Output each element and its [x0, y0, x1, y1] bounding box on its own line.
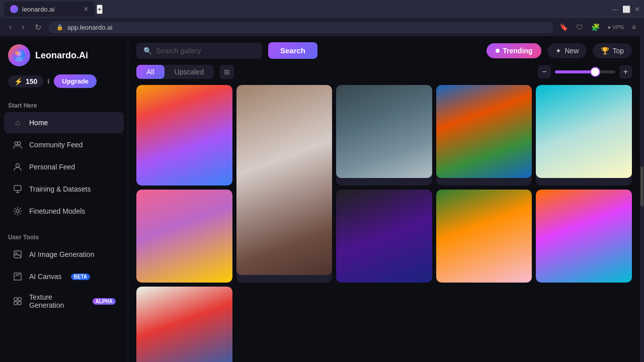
- sidebar-item-home[interactable]: ⌂ Home: [4, 112, 124, 133]
- close-window-button[interactable]: ✕: [634, 6, 640, 13]
- expand-button-10[interactable]: ⤢: [213, 291, 228, 306]
- edit-button-9[interactable]: ✎: [613, 194, 628, 209]
- maximize-button[interactable]: ⬜: [622, 6, 630, 13]
- expand-button-3[interactable]: ⤢: [413, 89, 428, 104]
- gallery-item-6[interactable]: ⊞ ✎ ⤢: [136, 190, 232, 283]
- svg-point-7: [16, 210, 19, 213]
- sidebar-item-ai-canvas-label: AI Canvas: [29, 273, 62, 281]
- token-info-button[interactable]: ℹ: [47, 78, 50, 85]
- ai-image-icon: [12, 249, 23, 260]
- sidebar-item-personal-feed[interactable]: Personal Feed: [4, 156, 124, 177]
- search-input[interactable]: [156, 47, 255, 55]
- remix-button-1[interactable]: ⊞: [195, 89, 210, 104]
- sidebar-item-finetuned-models[interactable]: Finetuned Models: [4, 201, 124, 222]
- sidebar-item-training-label: Training & Datasets: [29, 185, 91, 193]
- menu-button[interactable]: ≡: [630, 21, 638, 33]
- trending-button[interactable]: Trending: [487, 43, 541, 58]
- zoom-in-button[interactable]: +: [619, 65, 632, 78]
- bookmark-button[interactable]: 🔖: [557, 21, 570, 33]
- grid-view-button[interactable]: ⊞: [220, 65, 234, 79]
- svg-point-2: [15, 57, 23, 62]
- view-buttons: ⊞: [220, 65, 234, 79]
- search-button[interactable]: Search: [268, 42, 317, 59]
- remix-button-8[interactable]: ⊞: [476, 194, 492, 209]
- upgrade-button[interactable]: Upgrade: [54, 74, 97, 88]
- filter-bar: All Upscaled ⊞ − +: [128, 65, 640, 85]
- gallery-item-4[interactable]: ⊞ ⤢: [436, 85, 532, 186]
- svg-rect-11: [18, 298, 21, 301]
- expand-button-2[interactable]: ⤢: [313, 89, 328, 104]
- back-button[interactable]: ‹: [6, 21, 15, 34]
- top-button[interactable]: 🏆 Top: [593, 43, 632, 58]
- all-filter-tab[interactable]: All: [136, 65, 165, 79]
- edit-button-8[interactable]: ✎: [495, 194, 510, 209]
- forward-button[interactable]: ›: [19, 21, 27, 34]
- minimize-button[interactable]: —: [612, 6, 618, 13]
- tab-close-button[interactable]: ✕: [84, 6, 89, 13]
- sidebar-item-personal-label: Personal Feed: [29, 163, 75, 171]
- extension-button[interactable]: 🧩: [589, 21, 602, 33]
- gallery-area: ⊞ ⤢ ⊞ ⤢ ⊞ ✎ ⤢: [128, 85, 640, 362]
- sidebar: Leonardo.Ai ⚡ 150 ℹ Upgrade Start Here ⌂…: [0, 36, 128, 362]
- edit-button-6[interactable]: ✎: [195, 194, 210, 209]
- beta-badge: BETA: [71, 274, 90, 280]
- reload-button[interactable]: ↻: [32, 21, 44, 34]
- expand-button-4[interactable]: ⤢: [513, 89, 528, 104]
- home-icon: ⌂: [12, 117, 23, 128]
- remix-button-6[interactable]: ⊞: [177, 194, 192, 209]
- community-icon: [12, 139, 23, 150]
- logo-text: Leonardo.Ai: [35, 50, 88, 61]
- remix-button-5[interactable]: ⊞: [595, 89, 610, 104]
- gallery-item-10[interactable]: ⤢: [136, 287, 232, 362]
- sidebar-item-ai-canvas[interactable]: AI Canvas BETA: [4, 266, 124, 287]
- ai-canvas-icon: [12, 271, 23, 282]
- browser-actions: 🔖 🛡 🧩 ● VPN ≡: [557, 21, 638, 33]
- top-icon: 🏆: [601, 47, 609, 55]
- vpn-button[interactable]: ● VPN: [606, 22, 626, 32]
- sidebar-item-training-datasets[interactable]: Training & Datasets: [4, 178, 124, 200]
- token-bar: ⚡ 150 ℹ Upgrade: [8, 74, 120, 88]
- right-scrollbar[interactable]: [640, 36, 644, 362]
- search-icon: 🔍: [143, 47, 152, 55]
- gallery-item-8[interactable]: ⊞ ✎ ⤢: [436, 190, 532, 283]
- sidebar-item-community-feed[interactable]: Community Feed: [4, 134, 124, 155]
- gallery-item-1[interactable]: ⊞ ⤢: [136, 85, 232, 186]
- browser-tab-active[interactable]: leonardo.ai ✕: [4, 2, 95, 17]
- browser-tab-bar: leonardo.ai ✕ + — ⬜ ✕: [0, 0, 644, 18]
- upscaled-filter-tab[interactable]: Upscaled: [165, 65, 214, 79]
- remix-button-3[interactable]: ⊞: [377, 89, 392, 104]
- tab-favicon: [10, 5, 18, 13]
- new-button[interactable]: ✦ New: [547, 43, 587, 58]
- training-icon: [12, 184, 23, 195]
- svg-point-1: [17, 51, 22, 56]
- user-tools-label: User Tools: [0, 228, 128, 243]
- gallery-item-5[interactable]: ⊞ ✎: [536, 85, 632, 186]
- svg-rect-6: [14, 186, 21, 191]
- top-bar: 🔍 Search Trending ✦ New 🏆 Top: [128, 36, 640, 65]
- shield-button[interactable]: 🛡: [574, 21, 585, 33]
- sidebar-item-ai-image-generation[interactable]: AI Image Generation: [4, 244, 124, 265]
- svg-point-5: [16, 164, 20, 167]
- zoom-slider[interactable]: [555, 70, 615, 73]
- sidebar-item-texture-generation[interactable]: Texture Generation ALPHA: [4, 288, 124, 314]
- remix-button-4[interactable]: ⊞: [495, 89, 510, 104]
- gallery-item-3[interactable]: ⊞ ✎ ⤢: [336, 85, 432, 186]
- logo-avatar: [8, 44, 30, 66]
- expand-button-1[interactable]: ⤢: [213, 89, 228, 104]
- sidebar-item-home-label: Home: [29, 119, 48, 127]
- expand-button-8[interactable]: ⤢: [513, 194, 528, 209]
- edit-button-5[interactable]: ✎: [613, 89, 628, 104]
- new-tab-button[interactable]: +: [97, 5, 103, 14]
- sidebar-item-finetuned-label: Finetuned Models: [29, 207, 85, 215]
- edit-button-3[interactable]: ✎: [395, 89, 410, 104]
- svg-rect-13: [18, 302, 21, 305]
- zoom-out-button[interactable]: −: [538, 65, 550, 78]
- remix-button-2[interactable]: ⊞: [295, 89, 310, 104]
- gallery-item-2[interactable]: ⊞ ⤢: [236, 85, 333, 283]
- address-bar[interactable]: 🔒 app.leonardo.ai: [48, 22, 553, 33]
- remix-button-9[interactable]: ⊞: [595, 194, 610, 209]
- expand-button-6[interactable]: ⤢: [213, 194, 228, 209]
- gallery-item-7[interactable]: ✎: [336, 190, 432, 283]
- edit-button-7[interactable]: ✎: [413, 194, 428, 209]
- gallery-item-9[interactable]: ⊞ ✎: [536, 190, 632, 283]
